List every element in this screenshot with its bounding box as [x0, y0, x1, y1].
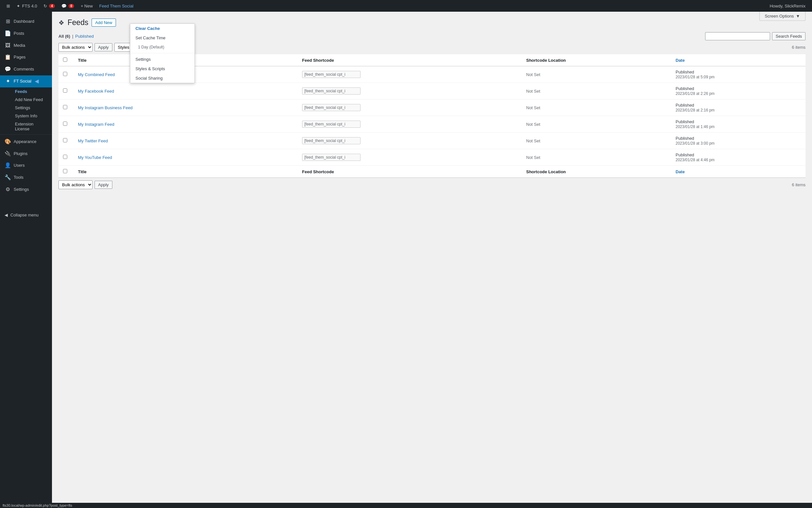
adminbar-fts-label: FTS 4.0	[22, 4, 37, 8]
shortcode-input-instagram[interactable]	[302, 121, 361, 128]
row-location-cell: Not Set	[522, 66, 671, 83]
bottom-toolbar: Bulk actions Apply 6 items	[58, 180, 806, 189]
sidebar-sub-feeds[interactable]: Feeds	[12, 87, 52, 95]
feed-title-link-instagram-business[interactable]: My Instagram Business Feed	[78, 105, 133, 110]
row-checkbox-facebook[interactable]	[63, 88, 67, 93]
shortcode-input-combined[interactable]	[302, 71, 361, 78]
sidebar-item-users[interactable]: 👤 Users	[0, 160, 52, 172]
bulk-actions-select-bottom[interactable]: Bulk actions	[58, 180, 93, 189]
dropdown-styles-scripts[interactable]: Styles & Scripts	[130, 64, 195, 74]
table-footer-row: Title Feed Shortcode Shortcode Location …	[58, 166, 806, 178]
filter-published[interactable]: Published	[75, 34, 94, 39]
dropdown-settings[interactable]: Settings	[130, 55, 195, 64]
sidebar-item-posts[interactable]: 📄 Posts	[0, 28, 52, 40]
row-shortcode-cell	[297, 133, 522, 149]
row-checkbox-instagram-business[interactable]	[63, 105, 67, 109]
shortcode-input-facebook[interactable]	[302, 87, 361, 95]
feed-title-link-facebook[interactable]: My Facebook Feed	[78, 89, 114, 94]
location-value-twitter: Not Set	[526, 138, 540, 143]
search-feeds-button[interactable]: Search Feeds	[772, 32, 806, 40]
row-title-cell: My Facebook Feed	[74, 83, 297, 99]
shortcode-input-twitter[interactable]	[302, 137, 361, 144]
screen-options-button[interactable]: Screen Options ▼	[759, 12, 806, 21]
date-value-combined: 2023/01/28 at 5:09 pm	[676, 75, 715, 79]
dropdown-social-sharing[interactable]: Social Sharing	[130, 74, 195, 83]
shortcode-input-youtube[interactable]	[302, 154, 361, 161]
sidebar-sub-extension-license[interactable]: Extension License	[12, 120, 52, 133]
row-checkbox-youtube[interactable]	[63, 155, 67, 159]
adminbar-feed-them-social[interactable]: Feed Them Social	[96, 0, 137, 12]
collapse-icon: ◀	[5, 213, 8, 217]
row-date-cell: Published 2023/01/28 at 5:09 pm	[671, 66, 806, 83]
sidebar-arrow-icon: ◀	[35, 78, 39, 85]
row-check-cell	[58, 116, 74, 133]
add-new-button[interactable]: Add New	[92, 18, 116, 27]
date-value-youtube: 2023/01/28 at 4:46 pm	[676, 158, 715, 162]
sidebar-item-ft-social[interactable]: ✦ FT Social ◀	[0, 75, 52, 87]
row-title-cell: My Twitter Feed	[74, 133, 297, 149]
adminbar-new[interactable]: + New	[77, 0, 96, 12]
table-row: My Instagram Business Feed Not Set Publi…	[58, 99, 806, 116]
status-badge-facebook: Published	[676, 86, 694, 91]
sidebar-item-appearance[interactable]: 🎨 Appearance	[0, 136, 52, 148]
sidebar-item-plugins[interactable]: 🔌 Plugins	[0, 148, 52, 160]
sidebar-ft-social-submenu: Feeds Add New Feed Settings System Info …	[0, 87, 52, 133]
updates-icon: ↻	[44, 4, 47, 8]
adminbar-user: Howdy, SlickRemix	[767, 4, 809, 8]
apply-button-top[interactable]: Apply	[95, 43, 112, 51]
sidebar-item-dashboard[interactable]: ⊞ Dashboard	[0, 15, 52, 28]
sidebar-settings-label: Settings	[15, 105, 30, 110]
adminbar-fts[interactable]: ✦ FTS 4.0	[13, 0, 40, 12]
dropdown-clear-cache[interactable]: Clear Cache	[130, 24, 195, 33]
row-checkbox-instagram[interactable]	[63, 122, 67, 126]
feed-title-link-twitter[interactable]: My Twitter Feed	[78, 138, 108, 143]
adminbar-updates[interactable]: ↻ 4	[40, 0, 58, 12]
select-all-footer-checkbox[interactable]	[63, 169, 67, 173]
feed-title-link-youtube[interactable]: My YouTube Feed	[78, 155, 112, 160]
row-date-cell: Published 2023/01/28 at 2:16 pm	[671, 99, 806, 116]
sidebar-sub-add-new-feed[interactable]: Add New Feed	[12, 95, 52, 104]
feed-title-link-instagram[interactable]: My Instagram Feed	[78, 122, 114, 127]
select-all-checkbox[interactable]	[63, 57, 67, 62]
sidebar-item-comments[interactable]: 💬 Comments	[0, 64, 52, 75]
search-feeds-input[interactable]	[705, 32, 770, 40]
sidebar-sub-system-info[interactable]: System Info	[12, 112, 52, 120]
date-sort-link[interactable]: Date	[676, 58, 685, 63]
sidebar-collapse-button[interactable]: ◀ Collapse menu	[0, 210, 52, 220]
adminbar-wp-logo[interactable]: ⊞	[3, 0, 13, 12]
footer-shortcode: Feed Shortcode	[297, 166, 522, 178]
sidebar-item-tools[interactable]: 🔧 Tools	[0, 172, 52, 184]
footer-title: Title	[74, 166, 297, 178]
filter-all[interactable]: All (6)	[58, 34, 70, 39]
feeds-page-icon: ❖	[58, 19, 64, 27]
adminbar-comments[interactable]: 💬 0	[58, 0, 78, 12]
header-shortcode: Feed Shortcode	[297, 54, 522, 66]
sidebar-sub-settings[interactable]: Settings	[12, 104, 52, 112]
row-checkbox-twitter[interactable]	[63, 138, 67, 142]
sidebar-tools-label: Tools	[14, 175, 23, 180]
row-check-cell	[58, 149, 74, 166]
feed-title-link-combined[interactable]: My Combined Feed	[78, 72, 115, 77]
sidebar-media-label: Media	[14, 43, 25, 48]
apply-button-bottom[interactable]: Apply	[95, 181, 112, 189]
admin-bar: ⊞ ✦ FTS 4.0 ↻ 4 💬 0 + New Feed Them Soci…	[0, 0, 812, 12]
row-title-cell: My YouTube Feed	[74, 149, 297, 166]
row-shortcode-cell	[297, 116, 522, 133]
plugins-icon: 🔌	[5, 151, 11, 157]
sidebar-item-settings[interactable]: ⚙ Settings	[0, 184, 52, 196]
dropdown-set-cache-time[interactable]: Set Cache Time	[130, 33, 195, 43]
row-shortcode-cell	[297, 83, 522, 99]
sidebar-item-media[interactable]: 🖼 Media	[0, 40, 52, 52]
statusbar-url: fts30.local/wp-admin/edit.php?post_type=…	[3, 503, 72, 507]
row-shortcode-cell	[297, 66, 522, 83]
dropdown-cache-default[interactable]: 1 Day (Default)	[130, 43, 195, 52]
updates-badge: 4	[49, 4, 55, 8]
footer-date-sort-link[interactable]: Date	[676, 169, 685, 174]
row-location-cell: Not Set	[522, 99, 671, 116]
shortcode-input-instagram-business[interactable]	[302, 104, 361, 111]
tools-icon: 🔧	[5, 174, 11, 181]
bulk-actions-select-top[interactable]: Bulk actions	[58, 43, 93, 52]
row-location-cell: Not Set	[522, 149, 671, 166]
sidebar-item-pages[interactable]: 📋 Pages	[0, 51, 52, 64]
row-checkbox-combined[interactable]	[63, 72, 67, 76]
